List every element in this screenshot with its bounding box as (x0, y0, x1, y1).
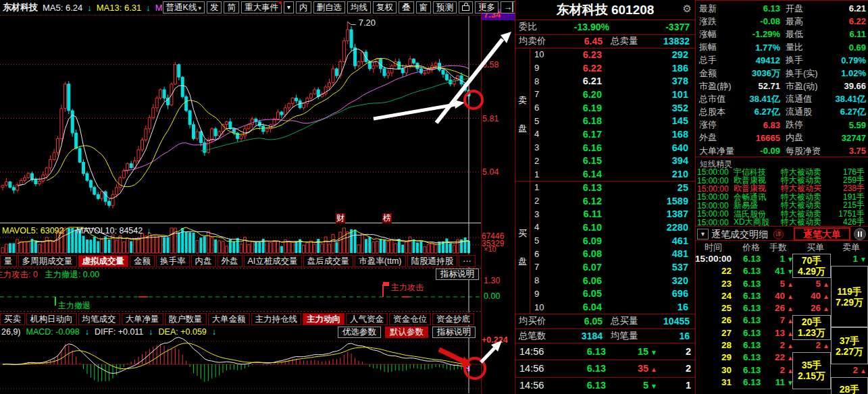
buy-queue-row[interactable]: 56.09461 (530, 234, 695, 248)
lock-icon[interactable] (459, 1, 473, 13)
sell-side-char: 卖 (518, 94, 527, 107)
toolbar-button[interactable]: 重大事件 (241, 1, 282, 13)
level-price: 6.22 (555, 63, 602, 74)
force-tab-6[interactable]: 主力持仓线 (251, 313, 302, 325)
force-tab-2[interactable]: 均笔成交 (78, 313, 120, 325)
macd-param-button[interactable]: 默认参数 (385, 327, 428, 338)
force-tab-0[interactable]: 买卖 (0, 313, 25, 325)
toolbar-button[interactable]: 删自选 (313, 1, 346, 13)
trade-price: 6.13 (743, 279, 761, 289)
trade-time: 26 (721, 315, 732, 325)
tick-row[interactable]: 14:566.1315▼2 (515, 343, 695, 360)
level-price: 6.16 (555, 142, 602, 153)
level-number: 8 (530, 275, 555, 285)
quote-value: -0.08 (740, 16, 780, 26)
level-number: 10 (530, 302, 555, 312)
up-arrow-icon: ▲ (823, 305, 829, 312)
buy-queue-row[interactable]: 36.111387 (530, 207, 695, 221)
big-order-tab[interactable]: 逐笔大单 (794, 227, 850, 241)
volume-tab-11[interactable]: ⋯ (459, 255, 476, 267)
ma5-value: MA5: 6.24 (43, 3, 82, 13)
ma-more: M (155, 3, 163, 13)
volume-tab-1[interactable]: 多周期成交量 (18, 255, 77, 267)
quote-label: 最低 (780, 28, 829, 40)
volume-tab-2[interactable]: 虚拟成交量 (78, 255, 129, 267)
toolbar-button[interactable]: 窗 (416, 1, 432, 13)
toolbar-button[interactable]: 预测 (433, 1, 457, 13)
volume-tab-4[interactable]: 换手率 (156, 255, 190, 267)
level-price: 6.11 (555, 208, 602, 219)
toolbar-button[interactable]: 复权 (373, 1, 397, 13)
buy-queue-row[interactable]: 106.0416 (530, 300, 695, 314)
toolbar-button[interactable]: 叠 (399, 1, 414, 13)
buy-queue-row[interactable]: 96.05696 (530, 287, 695, 301)
sell-queue-row[interactable]: 66.19352 (530, 101, 695, 115)
force-tab-8[interactable]: 人气资金 (346, 313, 388, 325)
volume-tab-9[interactable]: 市盈率(ttm) (355, 255, 405, 267)
volume-tab-5[interactable]: 内盘 (191, 255, 216, 267)
indicator-help-button[interactable]: 指标说明 (436, 269, 479, 280)
buy-queue-row[interactable]: 26.121589 (530, 194, 695, 208)
force-tab-9[interactable]: 资金仓位 (389, 313, 431, 325)
toolbar-button[interactable]: 内 (296, 1, 311, 13)
force-tab-10[interactable]: 资金抄底 (432, 313, 474, 325)
sell-queue-row[interactable]: 46.17168 (530, 128, 695, 141)
volume-tab-7[interactable]: AI立桩成交量 (244, 255, 302, 267)
buy-queue-row[interactable]: 76.07537 (530, 260, 695, 274)
force-tab-4[interactable]: 散户数量 (165, 313, 207, 325)
big-order-headers: 时间价格手数买单卖单 (696, 242, 868, 252)
quote-row: 大单净量-0.09每股净资3.75 (696, 144, 868, 157)
force-tab-3[interactable]: 大单净量 (122, 313, 163, 325)
dropdown-icon[interactable]: ▾ (284, 1, 294, 13)
tick-row[interactable]: 14:566.135▼1 (515, 377, 695, 394)
gear-icon[interactable]: ⚙ (683, 3, 692, 13)
buy-queue-row[interactable]: 86.06320 (530, 274, 695, 287)
tick-row[interactable]: 14:566.1335▲2 (515, 360, 695, 377)
big-order-col-header: 卖单 (834, 242, 868, 254)
sell-queue-row[interactable]: 36.16640 (530, 141, 695, 154)
force-tab-7[interactable]: 主力动向 (303, 313, 344, 325)
toolbar-button[interactable]: 均线 (347, 1, 371, 13)
stock-title: 东材科技 601208 (515, 0, 695, 20)
quote-row: 振幅1.77%量比0.69 (696, 41, 868, 54)
quote-row: 总股本6.27亿流通股6.27亿 (696, 106, 868, 119)
level-price: 6.12 (555, 196, 602, 206)
tick-count: 1 (657, 380, 695, 391)
volume-tab-10[interactable]: 陆股通持股 (407, 255, 458, 267)
macd-param-button[interactable]: 优选参数 (338, 327, 381, 338)
trade-price: 6.13 (743, 365, 761, 375)
sell-queue-row[interactable]: 96.22186 (530, 61, 695, 75)
volume-tab-0[interactable]: 量 (0, 255, 17, 267)
toolbar-button[interactable]: 更多 (475, 1, 499, 13)
macd-param-button[interactable]: 指标说明 (432, 327, 476, 338)
toolbar-button[interactable]: 简 (224, 1, 239, 13)
quote-value: 1.77% (740, 43, 780, 53)
toolbar-button[interactable]: 发 (207, 1, 222, 13)
buy-queue-row[interactable]: 66.08481 (530, 247, 695, 260)
collapse-icon[interactable]: ▼ (697, 229, 709, 240)
buy-queue-row[interactable]: 46.102280 (530, 221, 695, 234)
quote-label: 跌停 (780, 119, 829, 131)
sell-queue-row[interactable]: 56.18145 (530, 114, 695, 128)
avg-buy-label: 均买价 (515, 315, 562, 327)
aggregate-amount: 2.27万 (836, 346, 863, 357)
sell-queue-row[interactable]: 16.14210 (530, 167, 695, 181)
chart-badge-cai[interactable]: 财 (336, 213, 345, 223)
force-tab-5[interactable]: 大单金额 (208, 313, 250, 325)
alert-row[interactable]: 15:00:00XD大商股特大被动卖426手 (696, 218, 868, 226)
pause-icon[interactable] (854, 228, 866, 240)
force-tab-1[interactable]: 机构日动向 (26, 313, 77, 325)
volume-tab-3[interactable]: 金额 (130, 255, 155, 267)
toolbar-button[interactable]: 普通K线▾ (163, 1, 205, 13)
sell-queue-row[interactable]: 106.23292 (530, 48, 695, 61)
buy-queue-row[interactable]: 16.1325 (530, 181, 695, 194)
trade-price: 6.13 (743, 303, 761, 313)
volume-tab-8[interactable]: 盘后成交量 (303, 255, 354, 267)
chart-badge-bang[interactable]: 榜 (382, 213, 392, 223)
detail-badge-icon[interactable]: 详 (773, 229, 784, 240)
volume-tab-6[interactable]: 外盘 (218, 255, 242, 267)
macd-header: 26,9) MACD: -0.098↓ DIFF: +0.011↓ DEA: +… (1, 327, 216, 337)
sell-queue-row[interactable]: 86.21378 (530, 74, 695, 88)
sell-queue-row[interactable]: 26.15394 (530, 154, 695, 168)
sell-queue-row[interactable]: 76.20101 (530, 88, 695, 101)
